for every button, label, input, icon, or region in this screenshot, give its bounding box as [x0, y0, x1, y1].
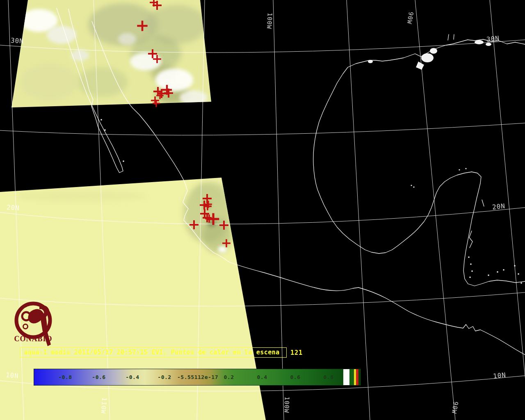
fire-point-marker: [153, 87, 162, 96]
colorbar-tick-label: -0.8: [58, 374, 72, 380]
fire-point-marker: [203, 194, 212, 203]
colorbar-tick-label: 0.4: [257, 374, 267, 380]
fire-point-marker: [162, 85, 172, 95]
fire-point-marker: [205, 201, 212, 208]
colorbar-tick-label: -5.55112e-17: [177, 374, 218, 380]
fire-point-marker: [156, 92, 164, 99]
fire-point-marker: [153, 55, 161, 63]
fire-point-marker: [203, 202, 212, 210]
fire-point-marker: [205, 215, 213, 223]
colorbar-tick-label: 0.8: [324, 374, 334, 380]
scene-caption: aqua-1 modis 2011/05/17 20:57:15 EVI, Pu…: [20, 347, 287, 358]
fire-point-marker: [200, 201, 209, 210]
evi-colorbar: -0.8-0.6-0.4-0.2-5.55112e-170.20.40.60.8: [34, 369, 361, 386]
fire-point-marker: [189, 220, 199, 229]
conabio-wordmark: CONABIO: [13, 335, 54, 343]
colorbar-tick-label: -0.6: [92, 374, 105, 380]
fire-point-marker: [151, 96, 159, 105]
fire-point-marker: [137, 21, 147, 31]
fire-count: 121: [290, 349, 303, 356]
satellite-map-view: 30N 30N 20N 20N 10N 10N 100W 90W 110W 10…: [0, 0, 525, 420]
fire-point-marker: [219, 221, 228, 230]
fire-point-marker: [153, 100, 160, 107]
fire-point-marker: [150, 0, 158, 7]
fire-point-marker: [222, 239, 231, 247]
colorbar-tick-label: -0.4: [126, 374, 139, 380]
fire-point-marker: [208, 213, 219, 225]
fire-point-marker: [203, 213, 212, 222]
colorbar-tick-label: 0.2: [224, 374, 234, 380]
colorbar-ticks: -0.8-0.6-0.4-0.2-5.55112e-170.20.40.60.8: [34, 369, 361, 385]
colorbar-tick-label: 0.6: [290, 374, 301, 380]
fire-point-marker: [157, 89, 166, 98]
fire-point-marker: [153, 1, 162, 10]
fire-point-marker: [164, 89, 173, 98]
colorbar-tick-label: -0.2: [158, 374, 171, 380]
fire-point-marker: [200, 209, 209, 218]
fire-point-marker: [148, 49, 157, 58]
